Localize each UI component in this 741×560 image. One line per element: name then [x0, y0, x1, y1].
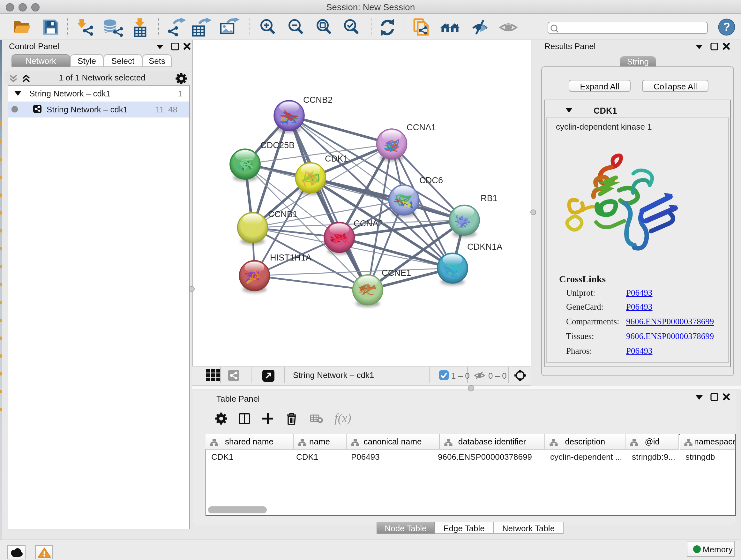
svg-text:CDC25B: CDC25B — [260, 140, 294, 150]
svg-text:CDK1: CDK1 — [325, 153, 348, 164]
svg-text:HIST1H1A: HIST1H1A — [270, 253, 312, 262]
svg-text:CCNA2: CCNA2 — [354, 219, 383, 228]
svg-text:CCNA1: CCNA1 — [407, 122, 436, 132]
svg-text:CDKN1A: CDKN1A — [467, 242, 502, 252]
svg-text:RB1: RB1 — [481, 193, 497, 203]
svg-text:?: ? — [723, 20, 730, 34]
svg-text:CDC6: CDC6 — [419, 175, 443, 185]
svg-text:CCNB2: CCNB2 — [303, 95, 333, 105]
svg-text:CCNE1: CCNE1 — [382, 268, 411, 278]
svg-text:CCNB1: CCNB1 — [268, 209, 297, 219]
